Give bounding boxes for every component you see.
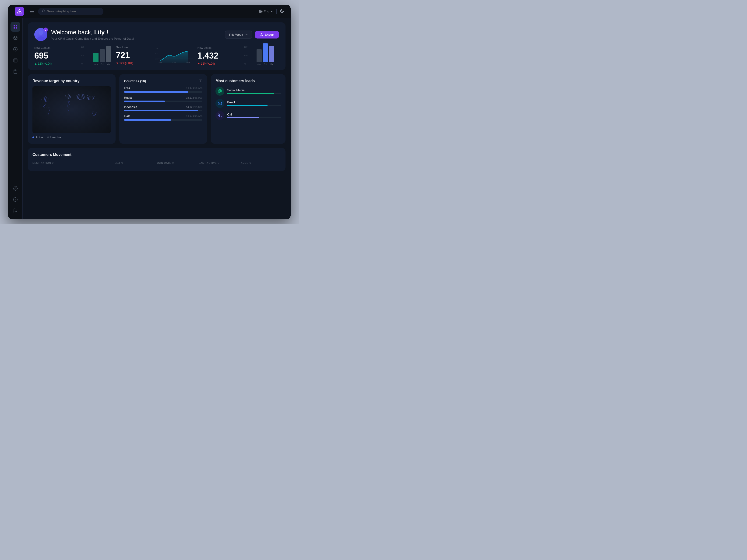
country-row-rusia: Rusia 18.112/35.000 xyxy=(124,96,202,102)
svg-rect-42 xyxy=(43,99,44,99)
revenue-card: Revenue target by country xyxy=(28,74,115,144)
svg-rect-101 xyxy=(68,109,68,109)
svg-rect-37 xyxy=(44,97,45,98)
svg-rect-143 xyxy=(88,97,89,98)
svg-rect-69 xyxy=(49,112,49,112)
svg-rect-47 xyxy=(42,99,42,100)
col-acce[interactable]: ACCE xyxy=(241,161,281,164)
col-sex[interactable]: SEX xyxy=(114,161,155,164)
svg-line-4 xyxy=(44,11,45,12)
this-week-button[interactable]: This Week xyxy=(225,31,252,39)
sidebar-item-finance[interactable] xyxy=(10,44,20,54)
flag-icon xyxy=(13,208,18,213)
info-icon xyxy=(13,197,18,202)
sidebar-item-settings[interactable] xyxy=(10,183,20,193)
svg-text:5k: 5k xyxy=(155,53,158,55)
svg-rect-66 xyxy=(48,110,48,110)
new-user-chart: 10k 5k 1k xyxy=(155,48,193,64)
svg-rect-107 xyxy=(81,94,81,94)
svg-rect-126 xyxy=(81,96,81,97)
svg-rect-68 xyxy=(48,111,48,111)
stat-new-user: New User 721 ▼ 12%(+104) 10 xyxy=(116,46,197,65)
svg-rect-139 xyxy=(80,99,81,100)
countries-card: Countries (10) USA xyxy=(119,74,207,144)
svg-rect-128 xyxy=(83,97,84,98)
sidebar-item-chart[interactable] xyxy=(10,56,20,65)
leads-card: Most customers leads Social Media xyxy=(211,74,285,144)
svg-rect-168 xyxy=(95,114,96,115)
welcome-top: 2 Welcome back, Lily ! Your CRM Oasis: C… xyxy=(34,28,279,41)
svg-rect-53 xyxy=(45,102,46,102)
svg-rect-72 xyxy=(66,95,66,96)
svg-rect-70 xyxy=(48,113,49,114)
svg-rect-67 xyxy=(49,110,50,111)
sort-icon-4 xyxy=(217,162,220,164)
svg-rect-140 xyxy=(82,99,82,100)
svg-rect-79 xyxy=(69,96,70,97)
lead-item-email: Email xyxy=(215,99,281,108)
sidebar-item-box[interactable] xyxy=(10,33,20,43)
svg-rect-58 xyxy=(44,105,45,106)
country-row-usa: USA 12.342/15.000 xyxy=(124,86,202,92)
language-selector[interactable]: Eng xyxy=(259,9,273,13)
svg-rect-151 xyxy=(89,98,90,99)
svg-rect-170 xyxy=(94,115,95,116)
search-bar[interactable] xyxy=(38,8,103,15)
search-input[interactable] xyxy=(47,9,100,13)
svg-rect-159 xyxy=(93,112,93,112)
svg-rect-104 xyxy=(77,95,78,96)
svg-rect-48 xyxy=(43,100,44,101)
svg-text:10k: 10k xyxy=(155,48,159,50)
col-join-date[interactable]: JOIN DATE xyxy=(157,161,197,164)
svg-rect-149 xyxy=(87,99,88,99)
main-layout: 2 Welcome back, Lily ! Your CRM Oasis: C… xyxy=(8,18,291,219)
hamburger-menu[interactable] xyxy=(30,10,34,13)
top-bar-right: Eng xyxy=(259,9,284,14)
logo[interactable] xyxy=(15,7,24,16)
svg-rect-166 xyxy=(93,114,93,115)
svg-rect-135 xyxy=(82,98,83,99)
col-destination[interactable]: DESTINATION xyxy=(32,161,113,164)
svg-rect-152 xyxy=(91,97,91,98)
svg-rect-9 xyxy=(14,27,15,29)
svg-rect-130 xyxy=(86,97,86,98)
svg-rect-133 xyxy=(80,98,80,99)
svg-rect-77 xyxy=(67,96,68,97)
svg-rect-161 xyxy=(95,112,96,112)
sidebar-item-flag[interactable] xyxy=(10,206,20,216)
svg-rect-78 xyxy=(68,96,69,96)
sidebar-item-dashboard[interactable] xyxy=(10,22,20,32)
sidebar-item-info[interactable] xyxy=(10,195,20,205)
svg-rect-84 xyxy=(69,98,70,99)
filter-icon[interactable] xyxy=(199,79,202,83)
svg-rect-76 xyxy=(66,96,66,97)
svg-rect-89 xyxy=(68,101,69,102)
svg-text:Feb: Feb xyxy=(173,61,176,63)
sort-icon-2 xyxy=(121,162,123,164)
moon-icon xyxy=(280,9,284,13)
movement-card: Costumers Movement DESTINATION SEX JOIN … xyxy=(28,148,285,171)
lead-item-social: Social Media xyxy=(215,87,281,96)
stats-row: New Contact 695 ▲ 12%(+104) 150 100 50 xyxy=(34,46,279,65)
svg-rect-55 xyxy=(44,103,45,103)
map-svg xyxy=(32,86,111,133)
svg-rect-150 xyxy=(88,98,89,99)
svg-rect-63 xyxy=(49,108,50,108)
stat-new-contact: New Contact 695 ▲ 12%(+104) 150 100 50 xyxy=(34,46,116,65)
svg-rect-73 xyxy=(67,95,68,96)
svg-rect-110 xyxy=(84,95,85,96)
svg-rect-61 xyxy=(47,108,47,108)
svg-rect-144 xyxy=(89,96,90,97)
dollar-icon xyxy=(13,47,18,52)
svg-rect-14 xyxy=(14,59,17,62)
svg-rect-145 xyxy=(91,96,91,97)
chevron-down-icon xyxy=(270,10,273,13)
svg-rect-60 xyxy=(44,107,45,108)
theme-toggle[interactable] xyxy=(280,9,284,14)
svg-rect-62 xyxy=(48,107,48,108)
export-button[interactable]: Export xyxy=(255,31,279,38)
sidebar-item-tasks[interactable] xyxy=(10,67,20,77)
svg-rect-75 xyxy=(69,95,70,96)
svg-rect-51 xyxy=(47,100,47,101)
col-last-active[interactable]: LAST ACTIVE xyxy=(199,161,239,164)
